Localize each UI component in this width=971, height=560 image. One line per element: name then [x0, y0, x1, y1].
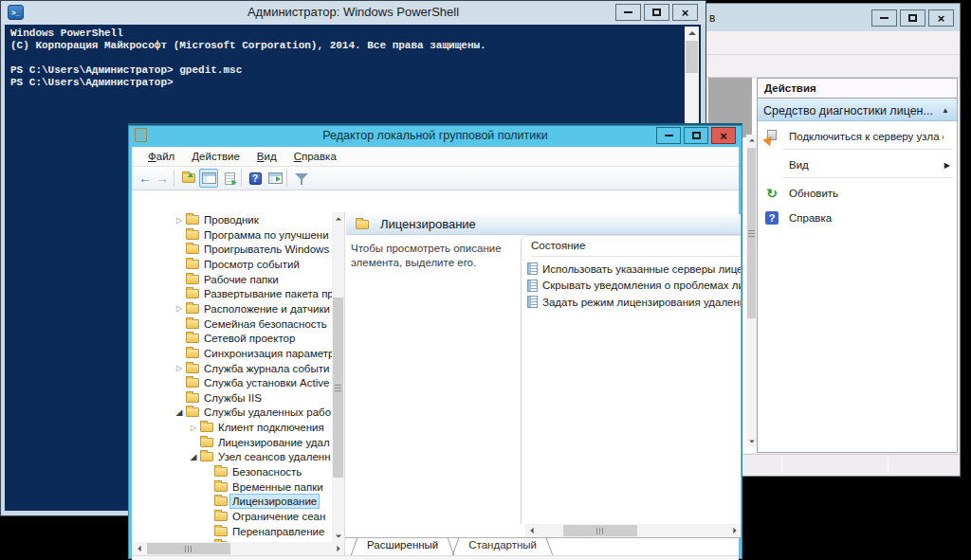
menu-Справка[interactable]: Справка — [285, 151, 345, 162]
minimize-button[interactable] — [656, 127, 681, 144]
setting-row[interactable]: Задать режим лицензирования удаленных ра — [527, 294, 741, 310]
scroll-down-button[interactable] — [332, 530, 344, 542]
diagnoser-content: Действия Средство диагностики лицен... ▲… — [706, 78, 959, 453]
tree-item-Рабочие папки[interactable]: Рабочие папки — [133, 272, 332, 287]
tab-Стандартный[interactable]: Стандартный — [453, 538, 552, 555]
gpedit-titlebar[interactable]: Редактор локальной групповой политики × — [128, 125, 742, 147]
powershell-titlebar[interactable]: >_ Администратор: Windows PowerShell × — [1, 1, 705, 25]
tree-item-Узел сеансов удаленн[interactable]: ◢Узел сеансов удаленн — [133, 449, 332, 464]
folder-icon — [214, 467, 228, 477]
minimize-icon — [880, 17, 889, 19]
tree-item-Расположение и датчики[interactable]: ▷Расположение и датчики — [133, 301, 332, 316]
up-arrow-icon — [749, 139, 755, 142]
action-label: Справка — [789, 212, 944, 224]
minimize-button[interactable] — [615, 4, 641, 21]
close-button[interactable]: × — [928, 9, 954, 27]
folder-icon — [200, 452, 213, 461]
expanded-arrow-icon[interactable]: ◢ — [189, 452, 198, 461]
scroll-left-button[interactable] — [133, 542, 145, 555]
policy-tree: ▷ПроводникПрограмма по улучшениПроигрыва… — [133, 212, 332, 542]
scroll-thumb[interactable] — [747, 148, 756, 318]
tree-item-Проводник[interactable]: ▷Проводник — [133, 212, 332, 227]
collapse-icon[interactable]: ▲ — [942, 106, 949, 115]
tree-item-label: Служба журнала событи — [204, 362, 329, 375]
filter-icon[interactable] — [292, 169, 311, 188]
expanded-arrow-icon[interactable]: ◢ — [174, 407, 184, 417]
maximize-button[interactable] — [900, 9, 925, 27]
tree-item-Лицензирование удал[interactable]: Лицензирование удал — [133, 435, 332, 450]
scroll-right-button[interactable] — [728, 524, 741, 537]
close-button[interactable]: × — [672, 4, 698, 21]
diagnoser-vertical-scrollbar[interactable] — [746, 135, 757, 447]
collapsed-arrow-icon[interactable]: ▷ — [174, 304, 184, 313]
menu-Вид[interactable]: Вид — [248, 151, 285, 162]
scroll-thumb[interactable] — [686, 41, 698, 73]
tab-Расширенный[interactable]: Расширенный — [352, 538, 453, 555]
actions-group-header[interactable]: Средство диагностики лицен... ▲ — [758, 99, 957, 121]
extended-view-icon[interactable] — [266, 169, 284, 188]
tree-item-Ограничение сеан[interactable]: Ограничение сеан — [133, 509, 332, 524]
tree-item-Сетевой проектор[interactable]: Сетевой проектор — [133, 331, 332, 346]
tree-item-Синхронизация параметр[interactable]: Синхронизация параметр — [133, 346, 332, 361]
close-icon: × — [682, 7, 689, 19]
minimize-button[interactable] — [871, 9, 897, 27]
setting-row[interactable]: Использовать указанные серверы лицензиро — [527, 261, 741, 277]
folder-icon — [214, 527, 228, 536]
tree-item-Временные папки[interactable]: Временные папки — [133, 479, 332, 495]
setting-label: Задать режим лицензирования удаленных ра — [542, 297, 741, 308]
tree-item-Служба установки Active[interactable]: Служба установки Active — [133, 375, 332, 390]
hint-line: Чтобы просмотреть описание — [351, 242, 517, 256]
tree-item-Развертывание пакета пр[interactable]: Развертывание пакета пр — [133, 286, 332, 301]
help-icon[interactable]: ? — [246, 169, 265, 188]
column-header-state[interactable]: Состояние — [531, 240, 741, 257]
action-Обновить[interactable]: ↻Обновить — [758, 181, 957, 206]
tree-vertical-scrollbar[interactable] — [332, 212, 344, 542]
setting-row[interactable]: Скрывать уведомления о проблемах лицензи — [527, 278, 741, 294]
scroll-up-button[interactable] — [746, 135, 757, 146]
tree-item-Программа по улучшени[interactable]: Программа по улучшени — [133, 227, 332, 243]
collapsed-arrow-icon[interactable]: ▷ — [174, 216, 184, 225]
tree-item-Перенаправление[interactable]: Перенаправление — [133, 524, 332, 539]
show-console-tree-icon[interactable] — [199, 169, 218, 188]
scroll-left-button[interactable] — [525, 524, 538, 537]
tree-item-Службы удаленных рабо[interactable]: ◢Службы удаленных рабо — [133, 405, 332, 420]
pane-splitter[interactable] — [344, 212, 345, 555]
scroll-thumb[interactable] — [563, 525, 637, 536]
powershell-title: Администратор: Windows PowerShell — [1, 5, 705, 19]
collapsed-arrow-icon[interactable]: ▷ — [174, 364, 184, 372]
folder-icon — [186, 378, 199, 388]
export-list-icon[interactable] — [220, 169, 239, 188]
collapsed-arrow-icon[interactable]: ▷ — [189, 424, 198, 432]
scroll-right-button[interactable] — [332, 542, 344, 555]
maximize-icon — [692, 132, 701, 139]
action-Вид[interactable]: Вид▶ — [758, 153, 957, 177]
scroll-up-button[interactable] — [685, 27, 699, 40]
folder-icon — [214, 497, 228, 506]
diagnoser-titlebar[interactable]: в × — [705, 4, 960, 31]
menu-Действие[interactable]: Действие — [183, 151, 248, 162]
maximize-button[interactable] — [644, 4, 669, 21]
up-one-level-icon[interactable] — [179, 169, 198, 188]
action-Справка[interactable]: ?Справка — [758, 206, 957, 230]
gpedit-window-controls: × — [653, 127, 736, 144]
maximize-button[interactable] — [684, 127, 708, 144]
tree-item-Служба журнала событи[interactable]: ▷Служба журнала событи — [133, 361, 332, 376]
tree-horizontal-scrollbar[interactable] — [133, 542, 344, 555]
tree-item-Лицензирование[interactable]: Лицензирование — [133, 494, 332, 509]
close-button[interactable]: × — [711, 127, 736, 144]
tree-item-Проигрыватель Windows[interactable]: Проигрыватель Windows — [133, 242, 332, 257]
scroll-up-button[interactable] — [332, 212, 344, 225]
scroll-thumb[interactable] — [147, 543, 230, 554]
tree-item-Клиент подключения[interactable]: ▷Клиент подключения — [133, 420, 332, 435]
tree-item-Безопасность[interactable]: Безопасность — [133, 464, 332, 479]
scroll-thumb[interactable] — [333, 298, 343, 478]
scroll-down-button[interactable] — [746, 436, 757, 447]
back-icon[interactable]: ← — [136, 169, 155, 188]
pane-horizontal-scrollbar[interactable] — [525, 524, 741, 537]
tree-item-Службы IIS[interactable]: Службы IIS — [133, 390, 332, 406]
forward-icon[interactable]: → — [153, 169, 172, 188]
tree-item-Семейная безопасность[interactable]: Семейная безопасность — [133, 316, 332, 332]
tree-item-Просмотр событий[interactable]: Просмотр событий — [133, 257, 332, 272]
menu-Файл[interactable]: Файл — [139, 151, 183, 162]
action-Подключиться к серверу узла се...[interactable]: Подключиться к серверу узла се... — [758, 124, 957, 149]
